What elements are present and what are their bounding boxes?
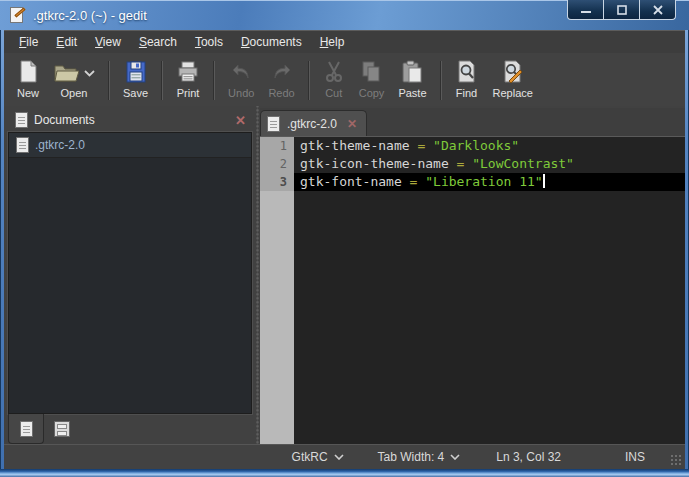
chevron-down-icon bbox=[334, 454, 344, 460]
chevron-down-icon bbox=[450, 454, 460, 460]
replace-icon bbox=[501, 60, 525, 84]
open-label: Open bbox=[61, 87, 88, 99]
paste-icon bbox=[401, 60, 423, 84]
window-controls bbox=[568, 0, 676, 20]
side-panel-header: Documents ✕ bbox=[8, 108, 254, 132]
code-line: gtk-icon-theme-name = "LowContrast" bbox=[294, 155, 685, 173]
save-floppy-icon bbox=[125, 60, 147, 84]
titlebar[interactable]: .gtkrc-2.0 (~) - gedit bbox=[0, 0, 689, 30]
cut-icon bbox=[323, 60, 345, 84]
menu-file[interactable]: File bbox=[10, 32, 47, 52]
menu-help[interactable]: Help bbox=[311, 32, 354, 52]
line-number: 2 bbox=[260, 155, 294, 173]
line-number-gutter: 123 bbox=[260, 137, 294, 444]
toolbar-separator bbox=[161, 61, 163, 100]
find-label: Find bbox=[456, 87, 477, 99]
file-cabinet-icon bbox=[54, 421, 70, 437]
window-title: .gtkrc-2.0 (~) - gedit bbox=[33, 8, 147, 23]
redo-button: Redo bbox=[261, 57, 301, 104]
new-label: New bbox=[17, 87, 39, 99]
redo-label: Redo bbox=[268, 87, 294, 99]
documents-list: .gtkrc-2.0 bbox=[8, 132, 252, 414]
open-button[interactable]: Open bbox=[46, 57, 102, 104]
close-button[interactable] bbox=[639, 0, 676, 20]
print-label: Print bbox=[177, 87, 200, 99]
paste-button[interactable]: Paste bbox=[391, 57, 433, 104]
window-frame-bottom bbox=[0, 469, 689, 477]
document-icon bbox=[15, 112, 28, 128]
gedit-icon bbox=[9, 7, 26, 24]
editor-tab-label: .gtkrc-2.0 bbox=[287, 117, 337, 131]
app-body: FileEditViewSearchToolsDocumentsHelp New… bbox=[4, 30, 685, 469]
menu-view[interactable]: View bbox=[86, 32, 130, 52]
minimize-button[interactable] bbox=[567, 0, 604, 20]
print-icon bbox=[176, 60, 200, 84]
undo-button: Undo bbox=[221, 57, 261, 104]
document-name: .gtkrc-2.0 bbox=[35, 138, 85, 152]
code-line: gtk-theme-name = "Darklooks" bbox=[294, 137, 685, 155]
line-number: 1 bbox=[260, 137, 294, 155]
insert-mode-indicator: INS bbox=[625, 450, 645, 464]
redo-icon bbox=[270, 60, 294, 84]
copy-button: Copy bbox=[352, 57, 392, 104]
copy-icon bbox=[360, 60, 384, 84]
open-dropdown-icon[interactable] bbox=[84, 63, 95, 81]
menu-edit[interactable]: Edit bbox=[47, 32, 86, 52]
file-browser-tab[interactable] bbox=[44, 414, 80, 444]
menu-tools[interactable]: Tools bbox=[186, 32, 232, 52]
undo-label: Undo bbox=[228, 87, 254, 99]
close-icon bbox=[652, 5, 664, 15]
toolbar-separator bbox=[108, 61, 110, 100]
save-button[interactable]: Save bbox=[116, 57, 155, 104]
cut-label: Cut bbox=[325, 87, 342, 99]
document-icon bbox=[267, 116, 280, 132]
editor-tabbar: .gtkrc-2.0 ✕ bbox=[260, 108, 685, 136]
cut-button: Cut bbox=[316, 57, 352, 104]
find-icon bbox=[455, 60, 479, 84]
save-label: Save bbox=[123, 87, 148, 99]
menu-search[interactable]: Search bbox=[130, 32, 186, 52]
text-cursor bbox=[543, 174, 545, 188]
menu-documents[interactable]: Documents bbox=[232, 32, 311, 52]
open-folder-icon bbox=[53, 60, 79, 84]
print-button[interactable]: Print bbox=[169, 57, 207, 104]
editor-notebook: .gtkrc-2.0 ✕ 123 gtk-theme-name = "Darkl… bbox=[260, 106, 685, 444]
statusbar: GtkRC Tab Width: 4 Ln 3, Col 32 INS bbox=[4, 444, 685, 469]
content-area: Documents ✕ .gtkrc-2.0 .gtkrc-2.0 ✕ bbox=[4, 106, 685, 444]
documents-tab[interactable] bbox=[8, 414, 44, 444]
maximize-button[interactable] bbox=[603, 0, 640, 20]
menubar: FileEditViewSearchToolsDocumentsHelp bbox=[4, 30, 685, 53]
replace-label: Replace bbox=[493, 87, 533, 99]
document-list-item[interactable]: .gtkrc-2.0 bbox=[9, 133, 251, 158]
tab-close-icon[interactable]: ✕ bbox=[347, 117, 357, 131]
paste-label: Paste bbox=[398, 87, 426, 99]
toolbar-separator bbox=[308, 61, 310, 100]
copy-label: Copy bbox=[359, 87, 385, 99]
document-icon bbox=[20, 421, 33, 437]
document-icon bbox=[16, 137, 29, 153]
resize-grip[interactable] bbox=[670, 454, 682, 466]
editor-tab[interactable]: .gtkrc-2.0 ✕ bbox=[260, 110, 367, 136]
undo-icon bbox=[229, 60, 253, 84]
new-document-icon bbox=[17, 60, 39, 84]
minimize-icon bbox=[580, 5, 592, 15]
gedit-window: .gtkrc-2.0 (~) - gedit FileEditViewSearc… bbox=[0, 0, 689, 477]
line-number: 3 bbox=[260, 173, 294, 191]
side-panel-bottom-tabs bbox=[8, 414, 254, 444]
line-numbers: 123 bbox=[260, 137, 294, 191]
toolbar: NewOpenSavePrintUndoRedoCutCopyPasteFind… bbox=[4, 53, 685, 106]
code-line: gtk-font-name = "Liberation 11" bbox=[294, 173, 685, 191]
replace-button[interactable]: Replace bbox=[486, 57, 540, 104]
code-area[interactable]: gtk-theme-name = "Darklooks"gtk-icon-the… bbox=[294, 137, 685, 444]
side-panel: Documents ✕ .gtkrc-2.0 bbox=[4, 106, 254, 444]
language-selector[interactable]: GtkRC bbox=[292, 450, 344, 464]
toolbar-separator bbox=[440, 61, 442, 100]
find-button[interactable]: Find bbox=[448, 57, 486, 104]
text-editor[interactable]: 123 gtk-theme-name = "Darklooks"gtk-icon… bbox=[260, 136, 685, 444]
side-panel-close-icon[interactable]: ✕ bbox=[235, 113, 246, 128]
cursor-position: Ln 3, Col 32 bbox=[496, 450, 561, 464]
tab-width-selector[interactable]: Tab Width: 4 bbox=[378, 450, 461, 464]
new-button[interactable]: New bbox=[10, 57, 46, 104]
maximize-icon bbox=[616, 5, 628, 15]
toolbar-separator bbox=[213, 61, 215, 100]
